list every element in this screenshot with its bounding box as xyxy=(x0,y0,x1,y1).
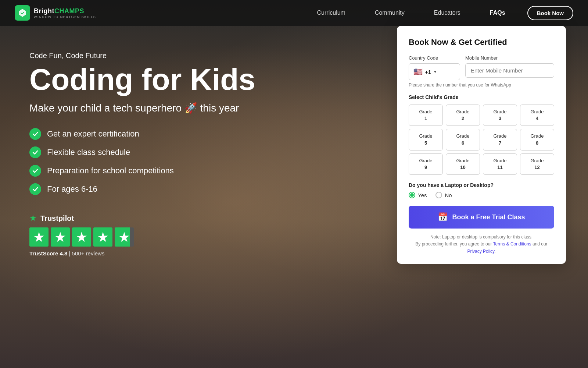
logo-tagline: WINDOW TO NEXTGEN SKILLS xyxy=(34,15,96,19)
booking-form-card: Book Now & Get Certified Country Code 🇺🇸… xyxy=(397,26,566,264)
privacy-link[interactable]: Privacy Policy xyxy=(467,249,494,254)
navbar: BrightCHAMPS WINDOW TO NEXTGEN SKILLS Cu… xyxy=(0,0,588,26)
nav-educators[interactable]: Educators xyxy=(434,10,460,16)
mobile-label: Mobile Number xyxy=(465,55,554,61)
trustpilot-star-icon: ★ xyxy=(29,213,37,223)
hero-subtitle: Make your child a tech superhero 🚀 this … xyxy=(29,102,287,114)
trustpilot-section: ★ Trustpilot TrustScore 4.8 | 50 xyxy=(29,213,287,256)
book-trial-label: Book a Free Trial Class xyxy=(452,213,525,221)
laptop-radio-group: Yes No xyxy=(409,192,554,198)
trustpilot-brand: Trustpilot xyxy=(40,214,74,223)
feature-text-2: Flexible class schedule xyxy=(47,148,130,157)
star-5-half xyxy=(115,227,134,247)
feature-1: Get an expert certification xyxy=(29,128,287,140)
star-4 xyxy=(93,227,112,247)
flag-icon: 🇺🇸 xyxy=(413,67,423,76)
feature-text-3: Preparation for school competitions xyxy=(47,166,174,176)
star-2 xyxy=(51,227,70,247)
logo-icon xyxy=(15,5,30,21)
nav-curriculum[interactable]: Curriculum xyxy=(317,10,345,16)
hero-tagline-small: Code Fun, Code Future xyxy=(29,52,287,60)
country-code-value: +1 xyxy=(425,69,431,75)
grade-btn-10[interactable]: Grade10 xyxy=(446,153,480,175)
whatsapp-hint: Please share the number that you use for… xyxy=(409,82,554,88)
feature-text-1: Get an expert certification xyxy=(47,129,139,139)
grade-btn-3[interactable]: Grade3 xyxy=(483,105,517,126)
check-icon-1 xyxy=(29,128,41,140)
country-code-selector[interactable]: 🇺🇸 +1 ▾ xyxy=(409,63,460,80)
chevron-down-icon: ▾ xyxy=(434,69,436,74)
feature-3: Preparation for school competitions xyxy=(29,165,287,177)
hero-content: Code Fun, Code Future Coding for Kids Ma… xyxy=(0,26,316,256)
book-trial-button[interactable]: 📅 Book a Free Trial Class xyxy=(409,206,554,229)
form-footer: Note: Laptop or desktop is compulsory fo… xyxy=(409,234,554,255)
form-title: Book Now & Get Certified xyxy=(409,38,554,47)
radio-yes[interactable]: Yes xyxy=(409,192,427,198)
radio-no-dot xyxy=(435,192,442,198)
hero-title: Coding for Kids xyxy=(29,64,287,95)
check-icon-3 xyxy=(29,165,41,177)
grade-btn-5[interactable]: Grade5 xyxy=(409,129,443,150)
feature-4: For ages 6-16 xyxy=(29,183,287,195)
radio-yes-label: Yes xyxy=(418,192,427,198)
trustscore-text: TrustScore 4.8 | 500+ reviews xyxy=(29,250,287,256)
grade-btn-6[interactable]: Grade6 xyxy=(446,129,480,150)
trustscore-reviews: 500+ reviews xyxy=(72,250,105,256)
book-now-button[interactable]: Book Now xyxy=(527,6,573,20)
mobile-input[interactable] xyxy=(465,63,554,78)
grade-btn-9[interactable]: Grade9 xyxy=(409,153,443,175)
features-list: Get an expert certification Flexible cla… xyxy=(29,128,287,195)
radio-yes-dot xyxy=(409,192,415,198)
logo[interactable]: BrightCHAMPS WINDOW TO NEXTGEN SKILLS xyxy=(15,5,96,21)
form-note-line2: By proceeding further, you agree to our … xyxy=(409,241,554,255)
grade-btn-1[interactable]: Grade1 xyxy=(409,105,443,126)
radio-no[interactable]: No xyxy=(435,192,452,198)
grade-label: Select Child's Grade xyxy=(409,94,554,100)
trustpilot-stars xyxy=(29,227,287,247)
radio-no-label: No xyxy=(445,192,452,198)
star-3 xyxy=(72,227,91,247)
check-icon-2 xyxy=(29,146,41,158)
grade-btn-7[interactable]: Grade7 xyxy=(483,129,517,150)
feature-2: Flexible class schedule xyxy=(29,146,287,158)
check-icon-4 xyxy=(29,183,41,195)
form-note-line1: Note: Laptop or desktop is compulsory fo… xyxy=(409,234,554,241)
laptop-label: Do you have a Laptop or Desktop? xyxy=(409,182,554,188)
terms-link[interactable]: Terms & Conditions xyxy=(493,241,531,247)
grade-grid: Grade1Grade2Grade3Grade4Grade5Grade6Grad… xyxy=(409,105,554,175)
logo-brand: BrightCHAMPS xyxy=(34,7,96,15)
nav-faqs[interactable]: FAQs xyxy=(490,10,505,16)
trustscore-separator: | xyxy=(69,250,72,256)
feature-text-4: For ages 6-16 xyxy=(47,184,97,194)
grade-btn-8[interactable]: Grade8 xyxy=(520,129,554,150)
trustscore-label: TrustScore xyxy=(29,250,58,256)
calendar-icon: 📅 xyxy=(438,212,448,222)
trustscore-value: 4.8 xyxy=(60,250,68,256)
grade-btn-11[interactable]: Grade11 xyxy=(483,153,517,175)
star-1 xyxy=(29,227,49,247)
country-code-label: Country Code xyxy=(409,55,460,61)
grade-btn-4[interactable]: Grade4 xyxy=(520,105,554,126)
grade-btn-12[interactable]: Grade12 xyxy=(520,153,554,175)
nav-community[interactable]: Community xyxy=(375,10,405,16)
nav-links: Curriculum Community Educators FAQs xyxy=(317,10,505,16)
grade-btn-2[interactable]: Grade2 xyxy=(446,105,480,126)
